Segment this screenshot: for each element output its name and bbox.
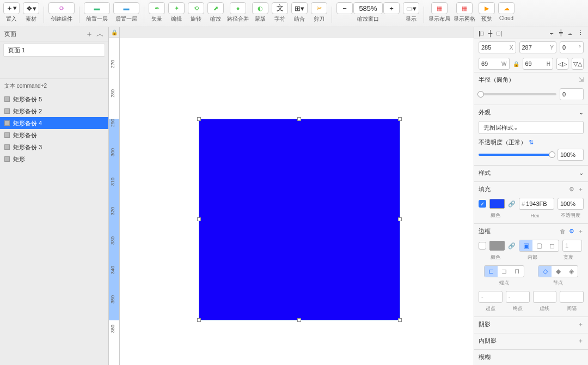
border-enabled-checkbox[interactable] [479, 242, 486, 250]
add-inner-shadow-icon[interactable]: ＋ [578, 337, 584, 345]
selected-shape[interactable] [199, 119, 400, 320]
rotation-input[interactable]: ° [560, 41, 584, 53]
cloud-button[interactable]: ☁ [498, 2, 514, 14]
zoom-out-button[interactable]: − [336, 2, 353, 14]
combine-label: 结合 [294, 15, 305, 23]
opacity-input[interactable] [558, 149, 584, 161]
distribute-icon[interactable]: ⋮ [578, 29, 584, 36]
combine-button[interactable]: ⊞▾ [291, 2, 308, 14]
fill-opacity-input[interactable] [558, 198, 584, 210]
create-component-label: 创建组件 [51, 15, 72, 23]
layer-item[interactable]: 矩形备份 [0, 129, 108, 141]
node-sublabel: 节点 [538, 279, 578, 287]
show-grid-button[interactable]: ▦ [456, 2, 473, 14]
lock-aspect-icon[interactable]: 🔒 [513, 61, 519, 67]
collapse-pages-icon[interactable]: ︿ [96, 29, 104, 39]
radius-input[interactable] [560, 88, 584, 100]
dash-input[interactable] [533, 291, 557, 303]
flip-v-button[interactable]: ▽△ [572, 58, 584, 70]
layer-item[interactable]: 矩形备份 3 [0, 141, 108, 153]
add-border-icon[interactable]: ＋ [578, 227, 584, 235]
material-label: 素材 [26, 15, 36, 23]
node-segment[interactable]: ◇◆◈ [538, 265, 578, 277]
gap-input[interactable] [560, 291, 584, 303]
page-item[interactable]: 页面 1 [3, 44, 105, 57]
align-left-icon[interactable]: |□ [479, 30, 484, 36]
fill-settings-icon[interactable]: ⚙ [569, 186, 574, 193]
x-input[interactable]: X [479, 41, 516, 53]
start-sublabel: 起点 [479, 305, 503, 312]
border-link-icon[interactable]: 🔗 [508, 242, 516, 250]
border-inner-sublabel: 内部 [512, 254, 553, 261]
layer-name: 矩形备份 2 [13, 107, 42, 115]
align-top-icon[interactable]: ⫟ [549, 30, 555, 36]
start-arrow-input[interactable]: - [479, 291, 503, 303]
zoom-in-button[interactable]: + [383, 2, 400, 14]
show-layout-button[interactable]: ▦ [431, 2, 448, 14]
blend-mode-icon[interactable]: ⇅ [529, 139, 534, 146]
text-button[interactable]: 文 [272, 2, 288, 14]
mask-label: 蒙版 [255, 15, 266, 23]
material-button[interactable]: ❖▾ [23, 2, 39, 14]
layer-item[interactable]: 矩形备份 4 [0, 117, 108, 129]
fill-swatch[interactable] [489, 199, 505, 209]
layer-item[interactable]: 矩形备份 2 [0, 105, 108, 117]
border-delete-icon[interactable]: 🗑 [560, 228, 566, 235]
vector-button[interactable]: ✒ [149, 2, 165, 14]
send-backward-button[interactable]: ▬ [113, 2, 139, 14]
layer-item[interactable]: 矩形备份 5 [0, 93, 108, 105]
style-chevron-icon[interactable]: ⌄ [579, 169, 584, 177]
zoom-label: 缩放窗口 [357, 15, 379, 23]
y-input[interactable]: Y [519, 41, 557, 53]
cap-segment[interactable]: ⊏⊐⊓ [484, 265, 524, 277]
canvas[interactable] [120, 38, 474, 365]
add-fill-icon[interactable]: ＋ [578, 185, 584, 193]
border-settings-icon[interactable]: ⚙ [569, 228, 574, 235]
radius-slider[interactable] [479, 93, 556, 95]
bring-forward-button[interactable]: ▬ [84, 2, 110, 14]
cloud-label: Cloud [499, 15, 513, 21]
border-width-sublabel: 宽度 [553, 254, 584, 261]
link-icon[interactable]: 🔗 [508, 200, 516, 208]
fill-color-sublabel: 颜色 [486, 212, 505, 219]
union-label: 路径合并 [227, 15, 249, 23]
insert-button[interactable]: ＋▾ [3, 2, 20, 14]
border-position-segment[interactable]: ▣▢◻ [519, 240, 559, 252]
width-input[interactable]: W [479, 58, 510, 70]
lock-icon[interactable]: 🔒 [109, 27, 120, 38]
appearance-chevron-icon[interactable]: ⌄ [579, 109, 584, 116]
union-button[interactable]: ● [230, 2, 246, 14]
toolbar: ＋▾ 置入 ❖▾ 素材 ⟳ 创建组件 ▬ 前置一层 ▬ 后置一层 ✒矢量 ✦编辑… [0, 0, 588, 27]
opacity-slider[interactable] [479, 154, 554, 156]
show-button[interactable]: ▭▾ [403, 2, 419, 14]
align-center-h-icon[interactable]: ┼ [488, 30, 493, 36]
fill-hex-input[interactable]: # [519, 198, 554, 210]
preview-button[interactable]: ▶ [479, 2, 495, 14]
border-width-input[interactable] [562, 240, 582, 252]
align-bottom-icon[interactable]: ⫠ [567, 30, 573, 36]
pages-title: 页面 [4, 30, 16, 38]
edit-button[interactable]: ✦ [168, 2, 185, 14]
opacity-label: 不透明度（正常） [479, 138, 526, 147]
layer-name: 矩形备份 [13, 131, 37, 139]
add-shadow-icon[interactable]: ＋ [578, 320, 584, 328]
scissors-button[interactable]: ✂ [311, 2, 327, 14]
radius-expand-icon[interactable]: ⇲ [579, 76, 584, 83]
align-right-icon[interactable]: □| [497, 30, 502, 36]
layer-item[interactable]: 矩形 [0, 153, 108, 165]
border-swatch[interactable] [489, 241, 505, 251]
layer-style-dropdown[interactable]: 无图层样式⌄ [479, 121, 584, 134]
flip-h-button[interactable]: ◁▷ [556, 58, 568, 70]
scale-button[interactable]: ⬈ [207, 2, 224, 14]
rotate-button[interactable]: ⟲ [188, 2, 204, 14]
end-arrow-input[interactable]: - [506, 291, 530, 303]
fill-enabled-checkbox[interactable]: ✓ [479, 200, 486, 208]
add-page-icon[interactable]: ＋ [85, 29, 93, 39]
zoom-value[interactable]: 585% [353, 2, 383, 14]
height-input[interactable]: H [523, 58, 554, 70]
mask-button[interactable]: ◐ [252, 2, 268, 14]
align-middle-icon[interactable]: ┿ [559, 29, 563, 36]
layers-header: 文本 command+2 [0, 78, 108, 93]
fill-hex-sublabel: Hex [512, 213, 558, 218]
create-component-button[interactable]: ⟳ [48, 2, 75, 14]
